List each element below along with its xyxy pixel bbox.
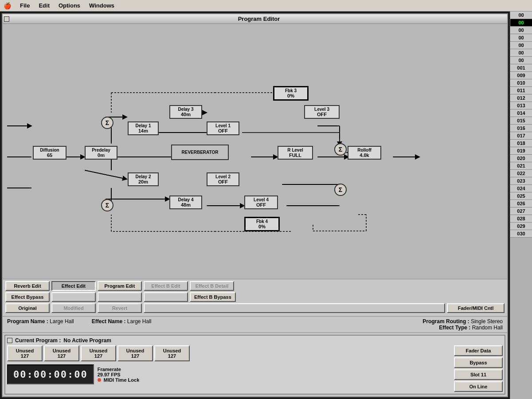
program-routing-value: Single Stereo bbox=[471, 318, 503, 325]
bottom-right: Fader Data Bypass Slot 11 On Line bbox=[454, 345, 503, 392]
sidebar-num-24[interactable]: 025 bbox=[510, 192, 532, 200]
block-reverberator[interactable]: REVERBERATOR bbox=[171, 145, 229, 160]
unused-btn-3[interactable]: Unused 127 bbox=[81, 345, 116, 361]
block-delay3[interactable]: Delay 3 40m bbox=[169, 105, 202, 119]
block-diffusion[interactable]: Diffusion 65 bbox=[33, 146, 66, 160]
fader-midi-cntl-button[interactable]: Fader/MIDI Cntl bbox=[447, 303, 505, 313]
block-delay2[interactable]: Delay 2 20m bbox=[128, 172, 159, 186]
sidebar-num-6[interactable]: 00 bbox=[510, 57, 532, 64]
sidebar-num-2[interactable]: 00 bbox=[510, 27, 532, 34]
sidebar-num-8[interactable]: 009 bbox=[510, 72, 532, 79]
sigma-bottom: Σ bbox=[101, 199, 113, 211]
sidebar-num-5[interactable]: 00 bbox=[510, 49, 532, 57]
sidebar-num-4[interactable]: 00 bbox=[510, 42, 532, 49]
sidebar-num-23[interactable]: 024 bbox=[510, 185, 532, 192]
block-fbk3[interactable]: Fbk 3 0% bbox=[273, 86, 309, 101]
framerate-section: Framerate 29.97 FPS MIDI Time Lock bbox=[98, 367, 140, 383]
sidebar-num-7[interactable]: 001 bbox=[510, 64, 532, 72]
sidebar-num-12[interactable]: 013 bbox=[510, 102, 532, 110]
block-level4[interactable]: Level 4 OFF bbox=[244, 196, 278, 209]
block-rolloff[interactable]: Rolloff 4.0k bbox=[348, 146, 381, 160]
window-titlebar: Program Editor bbox=[3, 14, 507, 24]
reverb-edit-button[interactable]: Reverb Edit bbox=[5, 281, 50, 291]
blank-btn-1 bbox=[51, 292, 96, 302]
blank-btn-4 bbox=[144, 303, 445, 313]
on-line-button[interactable]: On Line bbox=[454, 381, 503, 392]
bottom-left: Unused 127 Unused 127 Unused 127 Unuse bbox=[7, 345, 451, 384]
sidebar-num-27[interactable]: 028 bbox=[510, 215, 532, 223]
sidebar-num-14[interactable]: 015 bbox=[510, 117, 532, 125]
sidebar-num-15[interactable]: 016 bbox=[510, 125, 532, 132]
block-rlevel[interactable]: R Level FULL bbox=[278, 146, 313, 160]
program-edit-button[interactable]: Program Edit bbox=[98, 281, 142, 291]
sigma-top: Σ bbox=[101, 117, 113, 129]
button-section: Reverb Edit Effect Edit Program Edit Eff… bbox=[3, 279, 507, 317]
sidebar-num-0[interactable]: 00 bbox=[510, 12, 532, 19]
blank-btn-3 bbox=[144, 292, 188, 302]
sidebar-num-20[interactable]: 021 bbox=[510, 162, 532, 170]
unused-row: Unused 127 Unused 127 Unused 127 Unuse bbox=[7, 345, 451, 361]
sidebar-num-29[interactable]: 030 bbox=[510, 230, 532, 238]
sidebar-num-25[interactable]: 026 bbox=[510, 200, 532, 207]
revert-button: Revert bbox=[98, 303, 142, 313]
effect-b-detail-button: Effect B Detail bbox=[190, 281, 234, 291]
sidebar-num-1[interactable]: 00 bbox=[510, 19, 532, 27]
original-button[interactable]: Original bbox=[5, 303, 50, 313]
sidebar-num-18[interactable]: 019 bbox=[510, 147, 532, 155]
block-level1[interactable]: Level 1 OFF bbox=[207, 121, 239, 135]
block-level2[interactable]: Level 2 OFF bbox=[207, 172, 239, 186]
routing-type-section: Program Routing : Single Stereo Effect T… bbox=[169, 318, 503, 331]
block-fbk4[interactable]: Fbk 4 0% bbox=[244, 217, 280, 231]
effect-b-bypass-button[interactable]: Effect B Bypass bbox=[190, 292, 236, 302]
block-predelay[interactable]: Predelay 0m bbox=[85, 146, 117, 160]
window-title: Program Editor bbox=[12, 16, 506, 22]
effect-name-label: Effect Name : bbox=[92, 318, 126, 325]
sidebar-num-16[interactable]: 017 bbox=[510, 132, 532, 140]
unused-btn-2[interactable]: Unused 127 bbox=[44, 345, 79, 361]
sidebar-num-17[interactable]: 018 bbox=[510, 140, 532, 147]
block-level3[interactable]: Level 3 OFF bbox=[304, 105, 340, 119]
menu-options[interactable]: Options bbox=[59, 2, 80, 9]
effect-edit-button[interactable]: Effect Edit bbox=[51, 281, 96, 291]
program-name-field: Program Name : Large Hall bbox=[7, 318, 74, 331]
apple-menu[interactable]: 🍎 bbox=[4, 2, 11, 9]
sidebar-num-22[interactable]: 023 bbox=[510, 177, 532, 185]
info-section: Program Name : Large Hall Effect Name : … bbox=[3, 317, 507, 333]
effect-bypass-button[interactable]: Effect Bypass bbox=[5, 292, 50, 302]
bypass-button[interactable]: Bypass bbox=[454, 357, 503, 368]
unused-btn-4[interactable]: Unused 127 bbox=[117, 345, 153, 361]
sidebar-num-3[interactable]: 00 bbox=[510, 34, 532, 42]
fader-data-button[interactable]: Fader Data bbox=[454, 345, 503, 356]
bottom-panel: Current Program : No Active Program Unus… bbox=[4, 335, 505, 395]
effect-name-field: Effect Name : Large Hall bbox=[92, 318, 152, 331]
bottom-close-box[interactable] bbox=[7, 338, 12, 343]
framerate-label: Framerate bbox=[98, 367, 140, 372]
program-name-label: Program Name : bbox=[7, 318, 48, 325]
sidebar-num-10[interactable]: 011 bbox=[510, 87, 532, 94]
sidebar-num-19[interactable]: 020 bbox=[510, 155, 532, 162]
effect-name-value: Large Hall bbox=[127, 318, 152, 325]
right-sidebar: 00 00 00 00 00 00 00 001 009 010 011 012… bbox=[510, 12, 532, 399]
block-delay1[interactable]: Delay 1 14m bbox=[128, 121, 159, 135]
close-box[interactable] bbox=[4, 16, 9, 22]
connections-svg bbox=[3, 24, 507, 279]
button-row-3: Original Modified Revert Fader/MIDI Cntl bbox=[5, 303, 505, 313]
slot-11-button[interactable]: Slot 11 bbox=[454, 369, 503, 380]
sidebar-num-28[interactable]: 029 bbox=[510, 223, 532, 230]
menu-windows[interactable]: Windows bbox=[89, 2, 114, 9]
sidebar-num-11[interactable]: 012 bbox=[510, 94, 532, 102]
sidebar-num-21[interactable]: 022 bbox=[510, 170, 532, 177]
block-delay4[interactable]: Delay 4 48m bbox=[169, 196, 202, 209]
sidebar-num-9[interactable]: 010 bbox=[510, 79, 532, 87]
unused-btn-1[interactable]: Unused 127 bbox=[7, 345, 43, 361]
sidebar-num-13[interactable]: 014 bbox=[510, 110, 532, 117]
program-name-value: Large Hall bbox=[50, 318, 74, 325]
sigma-right-top: Σ bbox=[334, 143, 347, 156]
menubar: 🍎 File Edit Options Windows bbox=[0, 0, 532, 12]
unused-btn-5[interactable]: Unused 127 bbox=[154, 345, 190, 361]
menu-file[interactable]: File bbox=[20, 2, 30, 9]
menu-edit[interactable]: Edit bbox=[39, 2, 50, 9]
current-program-label: Current Program : bbox=[15, 337, 61, 344]
sidebar-num-26[interactable]: 027 bbox=[510, 207, 532, 215]
program-routing-label: Program Routing : bbox=[422, 318, 469, 325]
